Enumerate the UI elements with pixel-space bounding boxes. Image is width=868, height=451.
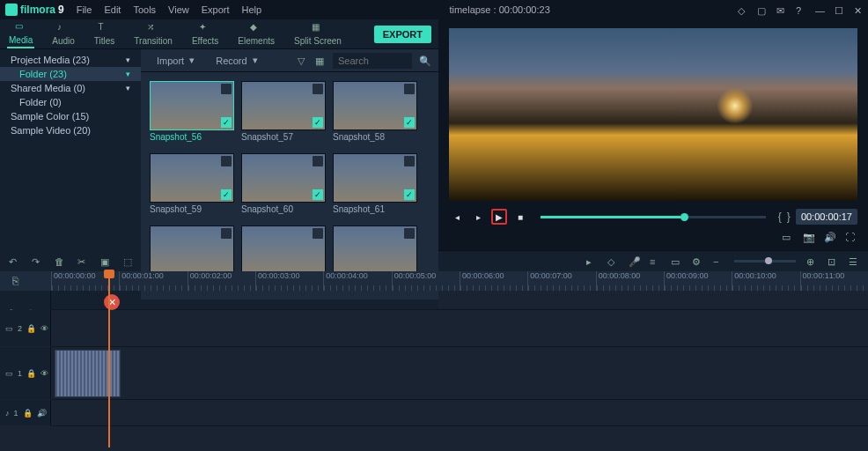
fullscreen-icon[interactable]: ⛶ <box>845 232 856 242</box>
notify-icon[interactable]: ▢ <box>757 5 766 14</box>
maximize-icon[interactable]: ☐ <box>835 5 843 14</box>
ruler-tick: 00:00:03:00 <box>255 271 323 291</box>
thumbnail[interactable]: ✓Snapshot_59 <box>150 153 234 218</box>
volume-icon[interactable]: 🔊 <box>37 409 47 418</box>
eye-icon[interactable]: 👁 <box>40 369 48 378</box>
menu-export[interactable]: Export <box>202 4 230 15</box>
minimize-icon[interactable]: — <box>815 5 824 14</box>
thumbnail[interactable]: ✓Snapshot_61 <box>333 153 417 218</box>
track-head: ▭ 2 🔒 👁 <box>0 310 51 346</box>
tab-titles[interactable]: TTitles <box>92 20 117 48</box>
mixer-icon[interactable]: ≡ <box>650 256 660 267</box>
elements-icon: ◆ <box>250 22 262 34</box>
edit-icon[interactable]: ⬚ <box>123 256 134 267</box>
thumb-label: Snapshot_56 <box>150 132 234 142</box>
search-icon[interactable]: 🔍 <box>419 55 430 66</box>
menu-view[interactable]: View <box>168 4 189 15</box>
search-input[interactable] <box>333 53 412 69</box>
lock-icon[interactable]: 🔒 <box>26 369 36 378</box>
check-icon: ✓ <box>404 189 415 200</box>
mark-in-icon[interactable]: { <box>778 211 782 223</box>
tab-media[interactable]: ▭Media <box>7 19 34 48</box>
playhead[interactable] <box>108 271 110 447</box>
tree-sample-video[interactable]: Sample Video (20) <box>0 123 141 137</box>
video-clip[interactable] <box>55 350 121 397</box>
thumbnail[interactable]: ✓Snapshot_57 <box>241 81 326 146</box>
grid-view-icon[interactable]: ▦ <box>315 55 326 66</box>
zoom-fit-icon[interactable]: ⊡ <box>828 256 838 267</box>
lock-icon[interactable]: 🔒 <box>26 324 36 333</box>
tree-sample-color[interactable]: Sample Color (15) <box>0 109 141 123</box>
render-icon[interactable]: ▭ <box>671 256 681 267</box>
video-track-2[interactable]: ▭ 2 🔒 👁 ✕ <box>51 310 868 347</box>
thumb-image <box>150 226 234 275</box>
track-head: ▭ 1 🔒 👁 <box>0 347 51 399</box>
tree-label: Shared Media (0) <box>11 83 85 93</box>
msg-icon[interactable]: ✉ <box>776 5 785 14</box>
tree-project-media[interactable]: Project Media (23)▾ <box>0 53 141 67</box>
track-num: 1 <box>14 409 18 418</box>
zoom-handle[interactable] <box>765 257 772 264</box>
tab-effects[interactable]: ✦Effects <box>190 20 220 48</box>
import-dropdown[interactable]: Import ▾ <box>150 52 202 69</box>
prev-frame-button[interactable]: ◂ <box>449 209 465 225</box>
menu-file[interactable]: File <box>77 4 92 15</box>
redo-icon[interactable]: ↷ <box>32 256 42 267</box>
zoom-in-icon[interactable]: ⊕ <box>806 256 817 267</box>
close-icon[interactable]: ✕ <box>854 5 863 14</box>
next-frame-button[interactable]: ▸ <box>470 209 486 225</box>
export-button[interactable]: EXPORT <box>374 26 431 43</box>
help-icon[interactable]: ? <box>796 5 805 14</box>
ruler[interactable]: ⎘ 00:00:00:00 00:00:01:00 00:00:02:00 00… <box>0 271 868 291</box>
play-button[interactable]: ▶ <box>491 209 507 225</box>
menu-help[interactable]: Help <box>242 4 262 15</box>
snapshot-icon[interactable]: 📷 <box>803 232 813 242</box>
thumbnail[interactable]: ✓Snapshot_58 <box>333 81 417 146</box>
preview-viewport[interactable] <box>449 28 857 201</box>
voice-icon[interactable]: 🎤 <box>629 256 639 267</box>
eye-icon[interactable]: 👁 <box>40 324 48 333</box>
thumbnail[interactable]: ✓Snapshot_56 <box>150 81 234 146</box>
scrubber[interactable] <box>541 216 766 218</box>
tab-transition[interactable]: ⤮Transition <box>132 20 174 48</box>
quality-icon[interactable]: ▭ <box>782 232 792 242</box>
zoom-slider[interactable] <box>734 260 796 262</box>
volume-icon[interactable]: 🔊 <box>824 232 835 242</box>
tab-elements[interactable]: ◆Elements <box>236 20 276 48</box>
app-version: 9 <box>58 4 64 16</box>
play-tl-icon[interactable]: ▸ <box>586 256 597 267</box>
audio-track-1[interactable]: ♪ 1 🔒 🔊 <box>51 400 868 426</box>
undo-icon[interactable]: ↶ <box>9 256 19 267</box>
thumbnail[interactable]: ✓Snapshot_60 <box>241 153 326 218</box>
marker-icon[interactable]: ◇ <box>607 256 618 267</box>
lock-icon[interactable]: 🔒 <box>23 409 33 418</box>
tab-audio[interactable]: ♪Audio <box>50 20 77 48</box>
split-icon: ▦ <box>312 22 324 34</box>
tree-folder-23[interactable]: Folder (23)▾ <box>0 67 141 81</box>
menu-tools[interactable]: Tools <box>133 4 156 15</box>
filter-icon[interactable]: ▽ <box>298 55 308 66</box>
menubar: File Edit Tools View Export Help <box>77 4 261 15</box>
delete-marker[interactable]: ✕ <box>104 294 120 310</box>
ruler-tick: 00:00:11:00 <box>800 271 868 291</box>
ruler-tick: 00:00:09:00 <box>664 271 732 291</box>
window-controls: ◇ ▢ ✉ ? — ☐ ✕ <box>738 5 863 14</box>
crop-icon[interactable]: ▣ <box>100 256 111 267</box>
tab-split-screen[interactable]: ▦Split Screen <box>292 20 343 48</box>
user-icon[interactable]: ◇ <box>738 5 747 14</box>
stop-button[interactable]: ■ <box>512 209 528 225</box>
tree-shared-media[interactable]: Shared Media (0)▾ <box>0 81 141 95</box>
scrub-handle[interactable] <box>680 213 688 221</box>
link-icon[interactable]: ⎘ <box>12 275 18 287</box>
menu-edit[interactable]: Edit <box>104 4 121 15</box>
split-icon[interactable]: ✂ <box>77 256 88 267</box>
zoom-out-icon[interactable]: − <box>713 256 724 267</box>
video-track-1[interactable]: ▭ 1 🔒 👁 <box>51 347 868 400</box>
delete-icon[interactable]: 🗑 <box>55 256 65 267</box>
manage-tracks-icon[interactable]: ☰ <box>849 256 859 267</box>
mark-out-icon[interactable]: } <box>787 211 791 223</box>
record-dropdown[interactable]: Record ▾ <box>209 52 264 69</box>
settings-icon[interactable]: ⚙ <box>692 256 702 267</box>
tree-folder-0[interactable]: Folder (0) <box>0 95 141 109</box>
badge-icon <box>221 84 232 94</box>
